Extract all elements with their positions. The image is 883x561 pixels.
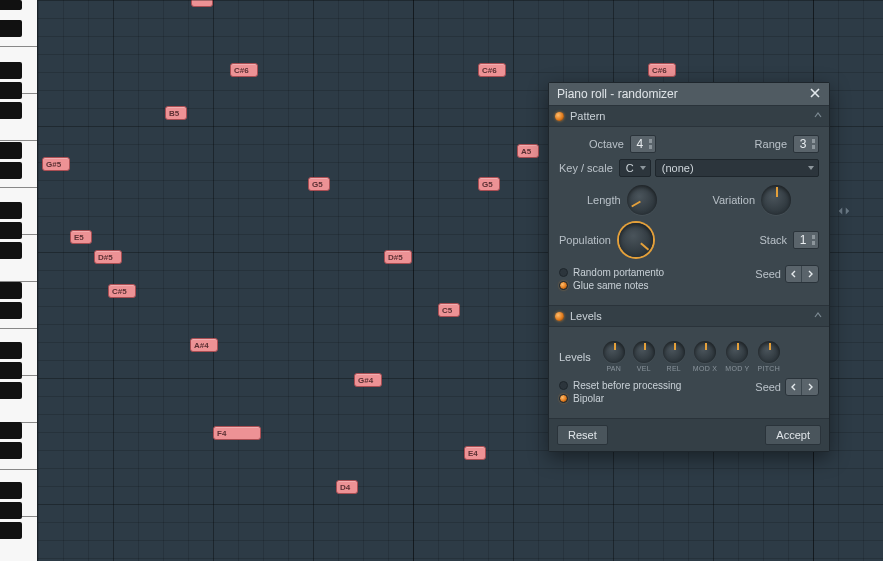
radio-off-icon bbox=[559, 381, 568, 390]
range-stepper[interactable]: 3 bbox=[793, 135, 819, 153]
section-label: Levels bbox=[570, 310, 602, 322]
randomizer-dialog: Piano roll - randomizer Pattern Octave 4… bbox=[548, 82, 830, 452]
variation-label: Variation bbox=[712, 194, 755, 206]
horizontal-resize-icon[interactable] bbox=[837, 204, 851, 218]
note[interactable]: C#6 bbox=[648, 63, 676, 77]
led-icon[interactable] bbox=[555, 312, 564, 321]
vel-knob[interactable] bbox=[633, 341, 655, 363]
knob-caption: REL bbox=[667, 365, 682, 372]
octave-stepper[interactable]: 4 bbox=[630, 135, 656, 153]
note[interactable]: F4 bbox=[213, 426, 261, 440]
chevron-up-icon[interactable] bbox=[813, 110, 823, 122]
section-header-levels[interactable]: Levels bbox=[549, 305, 829, 327]
octave-label: Octave bbox=[589, 138, 624, 150]
stack-stepper[interactable]: 1 bbox=[793, 231, 819, 249]
section-header-pattern[interactable]: Pattern bbox=[549, 105, 829, 127]
dialog-title: Piano roll - randomizer bbox=[557, 87, 678, 101]
note[interactable]: D#5 bbox=[384, 250, 412, 264]
radio-on-icon bbox=[559, 281, 568, 290]
note[interactable]: B5 bbox=[165, 106, 187, 120]
random-portamento-toggle[interactable]: Random portamento bbox=[559, 267, 664, 278]
pitch-knob[interactable] bbox=[758, 341, 780, 363]
note[interactable]: D#5 bbox=[94, 250, 122, 264]
knob-caption: VEL bbox=[637, 365, 651, 372]
note[interactable]: G#4 bbox=[354, 373, 382, 387]
dialog-footer: Reset Accept bbox=[549, 418, 829, 451]
seed-next-button[interactable] bbox=[802, 266, 818, 282]
mody-knob[interactable] bbox=[726, 341, 748, 363]
pan-knob[interactable] bbox=[603, 341, 625, 363]
led-icon[interactable] bbox=[555, 112, 564, 121]
length-label: Length bbox=[587, 194, 621, 206]
keyscale-label: Key / scale bbox=[559, 162, 613, 174]
note[interactable]: C5 bbox=[438, 303, 460, 317]
stack-label: Stack bbox=[759, 234, 787, 246]
knob-caption: PAN bbox=[606, 365, 621, 372]
levels-section: Levels PAN VEL REL MOD X MOD Y PITCH Res… bbox=[549, 327, 829, 418]
length-knob[interactable] bbox=[627, 185, 657, 215]
piano-keyboard[interactable] bbox=[0, 0, 38, 561]
reset-button[interactable]: Reset bbox=[557, 425, 608, 445]
note[interactable]: G#5 bbox=[42, 157, 70, 171]
seed-label: Seed bbox=[755, 268, 781, 280]
note[interactable]: D4 bbox=[336, 480, 358, 494]
modx-knob[interactable] bbox=[694, 341, 716, 363]
pattern-seed-stepper bbox=[785, 265, 819, 283]
note[interactable]: G5 bbox=[308, 177, 330, 191]
note[interactable]: C#6 bbox=[230, 63, 258, 77]
key-dropdown[interactable]: C bbox=[619, 159, 651, 177]
note[interactable]: A5 bbox=[517, 144, 539, 158]
bipolar-toggle[interactable]: Bipolar bbox=[559, 393, 681, 404]
scale-dropdown[interactable]: (none) bbox=[655, 159, 819, 177]
note[interactable]: A#4 bbox=[190, 338, 218, 352]
seed-next-button[interactable] bbox=[802, 379, 818, 395]
note[interactable]: E4 bbox=[464, 446, 486, 460]
seed-prev-button[interactable] bbox=[786, 266, 802, 282]
population-knob[interactable] bbox=[619, 223, 653, 257]
section-label: Pattern bbox=[570, 110, 605, 122]
note[interactable]: G5 bbox=[478, 177, 500, 191]
seed-prev-button[interactable] bbox=[786, 379, 802, 395]
dialog-titlebar[interactable]: Piano roll - randomizer bbox=[549, 83, 829, 105]
population-label: Population bbox=[559, 234, 611, 246]
rel-knob[interactable] bbox=[663, 341, 685, 363]
note[interactable]: E5 bbox=[70, 230, 92, 244]
levels-field-label: Levels bbox=[559, 351, 591, 363]
note[interactable] bbox=[191, 0, 213, 7]
chevron-up-icon[interactable] bbox=[813, 310, 823, 322]
variation-knob[interactable] bbox=[761, 185, 791, 215]
knob-caption: PITCH bbox=[758, 365, 781, 372]
knob-caption: MOD X bbox=[693, 365, 717, 372]
reset-before-toggle[interactable]: Reset before processing bbox=[559, 380, 681, 391]
radio-off-icon bbox=[559, 268, 568, 277]
radio-on-icon bbox=[559, 394, 568, 403]
seed-label: Seed bbox=[755, 381, 781, 393]
note[interactable]: C#5 bbox=[108, 284, 136, 298]
accept-button[interactable]: Accept bbox=[765, 425, 821, 445]
pattern-section: Octave 4 Range 3 Key / scale C (none) Le… bbox=[549, 127, 829, 305]
knob-caption: MOD Y bbox=[725, 365, 749, 372]
note[interactable]: C#6 bbox=[478, 63, 506, 77]
range-label: Range bbox=[755, 138, 787, 150]
levels-seed-stepper bbox=[785, 378, 819, 396]
glue-same-notes-toggle[interactable]: Glue same notes bbox=[559, 280, 664, 291]
close-icon[interactable] bbox=[809, 87, 823, 101]
